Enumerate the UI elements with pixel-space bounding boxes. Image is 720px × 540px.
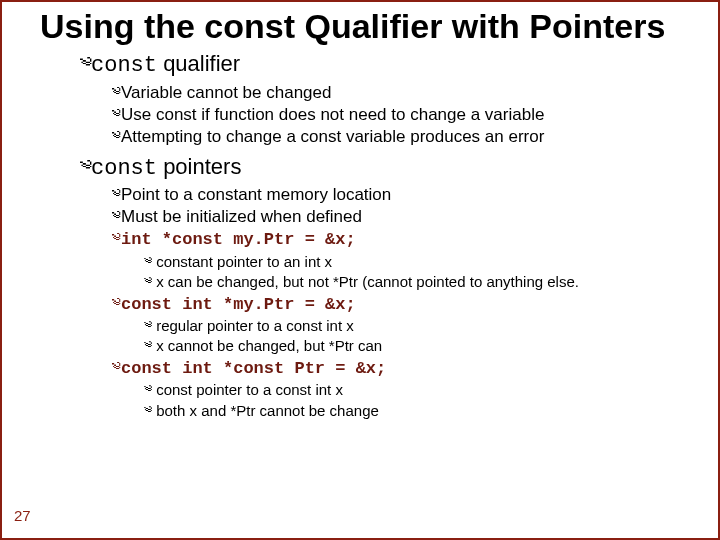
bullet-point-constant-mem: ༄Point to a constant memory location xyxy=(112,184,700,205)
bullet-icon: ༄ xyxy=(144,337,152,354)
text: regular pointer to a const int x xyxy=(156,317,354,334)
bullet-icon: ༄ xyxy=(144,273,152,290)
bullet-icon: ༄ xyxy=(112,127,121,146)
bullet-variable-cannot-change: ༄Variable cannot be changed xyxy=(112,82,700,103)
sub-x-cannot-change: ༄ x cannot be changed, but *Ptr can xyxy=(144,336,700,356)
code-const-int-ptr: ༄const int *my.Ptr = &x; xyxy=(112,293,700,315)
section-const-qualifier: ༄const qualifier xyxy=(80,51,700,79)
bullet-icon: ༄ xyxy=(144,381,152,398)
bullet-icon: ༄ xyxy=(80,154,91,179)
code-const-int-const-ptr: ༄const int *const Ptr = &x; xyxy=(112,357,700,379)
bullet-icon: ༄ xyxy=(144,253,152,270)
code-text: const int *const Ptr = &x; xyxy=(121,359,386,378)
content-area: Using the const Qualifier with Pointers … xyxy=(40,0,700,421)
code-text: const int *my.Ptr = &x; xyxy=(121,295,356,314)
text: Point to a constant memory location xyxy=(121,185,391,204)
bullet-use-const: ༄Use const if function does not need to … xyxy=(112,104,700,125)
section-const-pointers: ༄const pointers xyxy=(80,154,700,182)
heading-const: const xyxy=(91,53,157,78)
text: x can be changed, but not *Ptr (cannot p… xyxy=(156,273,579,290)
text: Use const if function does not need to c… xyxy=(121,105,544,124)
text: Variable cannot be changed xyxy=(121,83,331,102)
sub-both-cannot-change: ༄ both x and *Ptr cannot be change xyxy=(144,401,700,421)
bullet-icon: ༄ xyxy=(112,105,121,124)
sub-regular-pointer-const: ༄ regular pointer to a const int x xyxy=(144,316,700,336)
bullet-attempting-change: ༄Attempting to change a const variable p… xyxy=(112,126,700,147)
code-text: int *const my.Ptr = &x; xyxy=(121,230,356,249)
bullet-icon: ༄ xyxy=(80,51,91,76)
bullet-icon: ༄ xyxy=(112,358,121,377)
heading-const: const xyxy=(91,156,157,181)
bullet-icon: ༄ xyxy=(112,229,121,248)
sub-x-can-change: ༄ x can be changed, but not *Ptr (cannot… xyxy=(144,272,700,292)
text: constant pointer to an int x xyxy=(156,253,332,270)
border-left xyxy=(0,0,2,540)
bullet-icon: ༄ xyxy=(112,83,121,102)
slide: Using the const Qualifier with Pointers … xyxy=(0,0,720,540)
sub-constant-pointer-int: ༄ constant pointer to an int x xyxy=(144,252,700,272)
sub-const-ptr-const-int: ༄ const pointer to a const int x xyxy=(144,380,700,400)
slide-title: Using the const Qualifier with Pointers xyxy=(40,8,700,45)
text: Attempting to change a const variable pr… xyxy=(121,127,544,146)
heading-pointers: pointers xyxy=(157,154,241,179)
text: both x and *Ptr cannot be change xyxy=(156,402,379,419)
text: const pointer to a const int x xyxy=(156,381,343,398)
text: Must be initialized when defined xyxy=(121,207,362,226)
text: x cannot be changed, but *Ptr can xyxy=(156,337,382,354)
bullet-icon: ༄ xyxy=(144,317,152,334)
bullet-icon: ༄ xyxy=(112,207,121,226)
bullet-must-be-initialized: ༄Must be initialized when defined xyxy=(112,206,700,227)
bullet-icon: ༄ xyxy=(112,294,121,313)
bullet-icon: ༄ xyxy=(144,402,152,419)
bullet-icon: ༄ xyxy=(112,185,121,204)
heading-qualifier: qualifier xyxy=(157,51,240,76)
code-int-const-ptr: ༄int *const my.Ptr = &x; xyxy=(112,228,700,250)
page-number: 27 xyxy=(14,507,31,524)
